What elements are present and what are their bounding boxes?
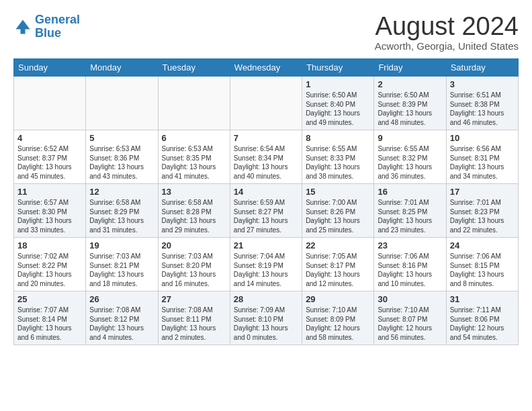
day-number: 6: [162, 133, 226, 143]
cell-info: Sunrise: 6:53 AM Sunset: 8:35 PM Dayligh…: [162, 144, 226, 181]
cell-info: Sunrise: 6:55 AM Sunset: 8:32 PM Dayligh…: [378, 144, 442, 181]
day-number: 4: [17, 133, 82, 143]
cell-info: Sunrise: 6:51 AM Sunset: 8:38 PM Dayligh…: [450, 91, 515, 127]
day-number: 9: [378, 133, 442, 143]
cell-info: Sunrise: 6:58 AM Sunset: 8:29 PM Dayligh…: [89, 198, 154, 234]
day-number: 24: [450, 240, 515, 250]
cell-info: Sunrise: 7:00 AM Sunset: 8:26 PM Dayligh…: [306, 198, 370, 234]
calendar-cell: 14Sunrise: 6:59 AM Sunset: 8:27 PM Dayli…: [230, 184, 302, 238]
cell-info: Sunrise: 7:03 AM Sunset: 8:21 PM Dayligh…: [89, 252, 154, 288]
day-number: 3: [450, 79, 515, 89]
weekday-header-monday: Monday: [86, 59, 158, 77]
calendar-cell: 26Sunrise: 7:08 AM Sunset: 8:12 PM Dayli…: [86, 291, 158, 345]
logo-general: General: [35, 13, 80, 26]
weekday-header-friday: Friday: [374, 59, 446, 77]
logo-icon: [13, 17, 32, 36]
cell-info: Sunrise: 7:04 AM Sunset: 8:19 PM Dayligh…: [234, 252, 298, 288]
day-number: 8: [306, 133, 370, 143]
logo-text: General Blue: [35, 13, 80, 40]
calendar-cell: 18Sunrise: 7:02 AM Sunset: 8:22 PM Dayli…: [14, 238, 86, 291]
calendar-cell: 25Sunrise: 7:07 AM Sunset: 8:14 PM Dayli…: [14, 291, 86, 345]
calendar-cell: 22Sunrise: 7:05 AM Sunset: 8:17 PM Dayli…: [302, 238, 374, 291]
cell-info: Sunrise: 7:10 AM Sunset: 8:07 PM Dayligh…: [378, 306, 442, 342]
day-number: 18: [17, 240, 82, 250]
calendar-cell: [14, 77, 86, 130]
cell-info: Sunrise: 7:11 AM Sunset: 8:06 PM Dayligh…: [450, 306, 515, 342]
day-number: 13: [162, 187, 226, 197]
cell-info: Sunrise: 7:05 AM Sunset: 8:17 PM Dayligh…: [306, 252, 370, 288]
calendar-table: SundayMondayTuesdayWednesdayThursdayFrid…: [13, 58, 519, 345]
calendar-cell: 31Sunrise: 7:11 AM Sunset: 8:06 PM Dayli…: [446, 291, 518, 345]
calendar-cell: [230, 77, 302, 130]
calendar-cell: 10Sunrise: 6:56 AM Sunset: 8:31 PM Dayli…: [446, 130, 518, 184]
weekday-header-sunday: Sunday: [14, 59, 86, 77]
day-number: 17: [450, 187, 515, 197]
cell-info: Sunrise: 7:08 AM Sunset: 8:12 PM Dayligh…: [89, 306, 154, 342]
calendar-cell: 19Sunrise: 7:03 AM Sunset: 8:21 PM Dayli…: [86, 238, 158, 291]
week-row-3: 11Sunrise: 6:57 AM Sunset: 8:30 PM Dayli…: [14, 184, 519, 238]
cell-info: Sunrise: 7:06 AM Sunset: 8:15 PM Dayligh…: [450, 252, 515, 288]
calendar-cell: 12Sunrise: 6:58 AM Sunset: 8:29 PM Dayli…: [86, 184, 158, 238]
day-number: 5: [89, 133, 154, 143]
day-number: 21: [234, 240, 298, 250]
day-number: 29: [306, 294, 370, 304]
calendar-cell: 2Sunrise: 6:50 AM Sunset: 8:39 PM Daylig…: [374, 77, 446, 130]
week-row-2: 4Sunrise: 6:52 AM Sunset: 8:37 PM Daylig…: [14, 130, 519, 184]
day-number: 15: [306, 187, 370, 197]
logo-blue: Blue: [35, 26, 61, 40]
day-number: 20: [162, 240, 226, 250]
cell-info: Sunrise: 7:09 AM Sunset: 8:10 PM Dayligh…: [234, 306, 298, 342]
weekday-header-wednesday: Wednesday: [230, 59, 302, 77]
day-number: 26: [89, 294, 154, 304]
cell-info: Sunrise: 6:52 AM Sunset: 8:37 PM Dayligh…: [17, 144, 82, 181]
cell-info: Sunrise: 7:08 AM Sunset: 8:11 PM Dayligh…: [162, 306, 226, 342]
day-number: 2: [378, 79, 442, 89]
calendar-cell: 13Sunrise: 6:58 AM Sunset: 8:28 PM Dayli…: [158, 184, 230, 238]
day-number: 1: [306, 79, 370, 89]
day-number: 31: [450, 294, 515, 304]
cell-info: Sunrise: 6:58 AM Sunset: 8:28 PM Dayligh…: [162, 198, 226, 234]
title-block: August 2024 Acworth, Georgia, United Sta…: [375, 13, 519, 52]
calendar-cell: 24Sunrise: 7:06 AM Sunset: 8:15 PM Dayli…: [446, 238, 518, 291]
page: General Blue August 2024 Acworth, Georgi…: [0, 0, 532, 352]
calendar-cell: 7Sunrise: 6:54 AM Sunset: 8:34 PM Daylig…: [230, 130, 302, 184]
cell-info: Sunrise: 7:03 AM Sunset: 8:20 PM Dayligh…: [162, 252, 226, 288]
week-row-1: 1Sunrise: 6:50 AM Sunset: 8:40 PM Daylig…: [14, 77, 519, 130]
day-number: 27: [162, 294, 226, 304]
cell-info: Sunrise: 6:53 AM Sunset: 8:36 PM Dayligh…: [89, 144, 154, 181]
calendar-cell: 11Sunrise: 6:57 AM Sunset: 8:30 PM Dayli…: [14, 184, 86, 238]
calendar-cell: 21Sunrise: 7:04 AM Sunset: 8:19 PM Dayli…: [230, 238, 302, 291]
weekday-header-tuesday: Tuesday: [158, 59, 230, 77]
week-row-4: 18Sunrise: 7:02 AM Sunset: 8:22 PM Dayli…: [14, 238, 519, 291]
calendar-cell: 5Sunrise: 6:53 AM Sunset: 8:36 PM Daylig…: [86, 130, 158, 184]
cell-info: Sunrise: 7:02 AM Sunset: 8:22 PM Dayligh…: [17, 252, 82, 288]
weekday-header-thursday: Thursday: [302, 59, 374, 77]
day-number: 7: [234, 133, 298, 143]
day-number: 23: [378, 240, 442, 250]
day-number: 19: [89, 240, 154, 250]
cell-info: Sunrise: 6:59 AM Sunset: 8:27 PM Dayligh…: [234, 198, 298, 234]
calendar-cell: 20Sunrise: 7:03 AM Sunset: 8:20 PM Dayli…: [158, 238, 230, 291]
cell-info: Sunrise: 6:50 AM Sunset: 8:40 PM Dayligh…: [306, 91, 370, 127]
weekday-header-row: SundayMondayTuesdayWednesdayThursdayFrid…: [14, 59, 519, 77]
day-number: 25: [17, 294, 82, 304]
location: Acworth, Georgia, United States: [375, 40, 519, 52]
cell-info: Sunrise: 7:01 AM Sunset: 8:25 PM Dayligh…: [378, 198, 442, 234]
calendar-cell: 16Sunrise: 7:01 AM Sunset: 8:25 PM Dayli…: [374, 184, 446, 238]
calendar-cell: 28Sunrise: 7:09 AM Sunset: 8:10 PM Dayli…: [230, 291, 302, 345]
day-number: 12: [89, 187, 154, 197]
week-row-5: 25Sunrise: 7:07 AM Sunset: 8:14 PM Dayli…: [14, 291, 519, 345]
calendar-cell: 1Sunrise: 6:50 AM Sunset: 8:40 PM Daylig…: [302, 77, 374, 130]
cell-info: Sunrise: 6:55 AM Sunset: 8:33 PM Dayligh…: [306, 144, 370, 181]
calendar-cell: [158, 77, 230, 130]
day-number: 16: [378, 187, 442, 197]
cell-info: Sunrise: 6:50 AM Sunset: 8:39 PM Dayligh…: [378, 91, 442, 127]
cell-info: Sunrise: 7:10 AM Sunset: 8:09 PM Dayligh…: [306, 306, 370, 342]
calendar-cell: 27Sunrise: 7:08 AM Sunset: 8:11 PM Dayli…: [158, 291, 230, 345]
day-number: 11: [17, 187, 82, 197]
calendar-cell: 4Sunrise: 6:52 AM Sunset: 8:37 PM Daylig…: [14, 130, 86, 184]
calendar-cell: 15Sunrise: 7:00 AM Sunset: 8:26 PM Dayli…: [302, 184, 374, 238]
cell-info: Sunrise: 6:56 AM Sunset: 8:31 PM Dayligh…: [450, 144, 515, 181]
svg-marker-0: [16, 19, 30, 34]
cell-info: Sunrise: 6:57 AM Sunset: 8:30 PM Dayligh…: [17, 198, 82, 234]
